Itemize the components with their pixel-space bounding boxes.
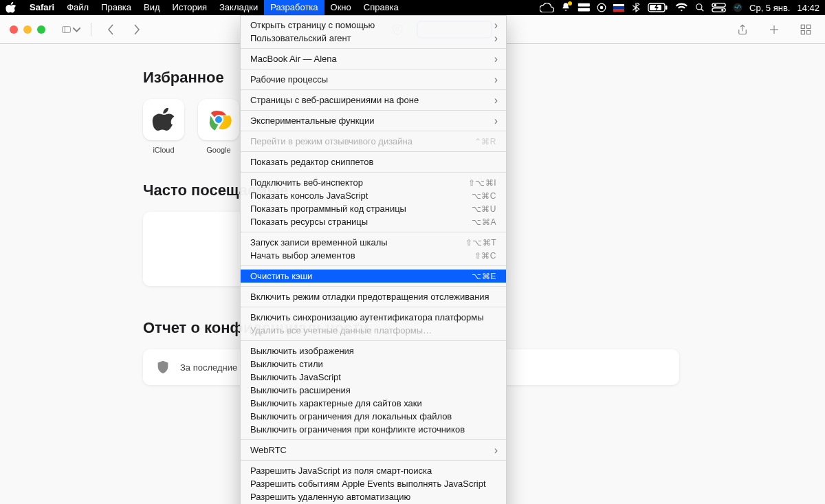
menu-item[interactable]: Экспериментальные функции <box>241 114 506 127</box>
menu-item[interactable]: Очистить кэши⌥⌘E <box>241 270 506 283</box>
menu-item[interactable]: Страницы с веб-расширениями на фоне <box>241 94 506 107</box>
menu-item-label: Пользовательский агент <box>250 33 496 43</box>
menu-separator <box>241 439 506 440</box>
apple-menu-icon[interactable] <box>6 2 16 13</box>
menu-item-label: Рабочие процессы <box>250 74 496 85</box>
menu-item[interactable]: Подключить веб-инспектор⇧⌥⌘I <box>241 176 506 189</box>
svg-point-10 <box>714 4 717 7</box>
notifications-icon[interactable] <box>561 2 571 14</box>
svg-rect-1 <box>578 8 589 12</box>
menu-item: Перейти в режим отзывчивого дизайна⌃⌘R <box>241 135 506 148</box>
menu-item[interactable]: Выключить стили <box>241 358 506 371</box>
menu-separator <box>241 89 506 90</box>
menu-item-label: Показать ресурсы страницы <box>250 217 472 227</box>
menu-item[interactable]: Показать редактор сниппетов <box>241 155 506 168</box>
menu-item-label: Запуск записи временной шкалы <box>250 237 465 248</box>
menu-item[interactable]: Начать выбор элементов⇧⌘C <box>241 249 506 262</box>
menubar-time[interactable]: 14:42 <box>797 3 820 13</box>
favorite-icloud[interactable]: iCloud <box>143 99 184 154</box>
tab-overview-button[interactable] <box>796 21 815 39</box>
menu-item[interactable]: Разрешить событиям Apple Events выполнят… <box>241 477 506 490</box>
menu-item[interactable]: Рабочие процессы <box>241 73 506 86</box>
menu-item-label: Разрешить JavaScript из поля смарт-поиск… <box>250 465 496 476</box>
menu-item[interactable]: Включить синхронизацию аутентификатора п… <box>241 311 506 324</box>
menu-item-label: Показать редактор сниппетов <box>250 157 496 167</box>
menu-item-label: Удалить все учетные данные платформы… <box>250 325 496 336</box>
menu-item[interactable]: Показать ресурсы страницы⌥⌘A <box>241 215 506 228</box>
menubar-file[interactable]: Файл <box>60 0 95 15</box>
menubar-bookmarks[interactable]: Закладки <box>213 0 264 15</box>
menu-item-shortcut: ⌥⌘C <box>472 191 496 201</box>
back-button[interactable] <box>101 21 120 39</box>
menu-separator <box>241 172 506 173</box>
menu-item[interactable]: WebRTC <box>241 443 506 457</box>
share-button[interactable] <box>733 21 752 39</box>
menu-item-shortcut: ⇧⌥⌘T <box>465 238 496 248</box>
privacy-card-text: За последние <box>180 362 237 373</box>
menu-item[interactable]: MacBook Air — Alena <box>241 52 506 65</box>
window-minimize[interactable] <box>23 25 32 34</box>
menubar-history[interactable]: История <box>166 0 213 15</box>
menu-item-label: Выключить ограничения при конфликте исто… <box>250 424 496 435</box>
record-icon[interactable] <box>597 3 606 12</box>
menu-item-label: MacBook Air — Alena <box>250 54 496 64</box>
svg-rect-20 <box>807 25 811 28</box>
menu-item[interactable]: Выключить ограничения для локальных файл… <box>241 410 506 423</box>
menu-separator <box>241 265 506 266</box>
svg-rect-19 <box>801 25 804 28</box>
menu-item[interactable]: Выключить ограничения при конфликте исто… <box>241 423 506 436</box>
chrome-icon <box>206 107 232 133</box>
siri-icon[interactable] <box>733 3 742 12</box>
menu-item-label: Выключить изображения <box>250 346 496 356</box>
menu-item-shortcut: ⇧⌥⌘I <box>468 178 496 188</box>
sidebar-toggle-button[interactable] <box>62 21 81 39</box>
spotlight-icon[interactable] <box>695 3 705 12</box>
forward-button[interactable] <box>127 21 146 39</box>
menu-item[interactable]: Показать программный код страницы⌥⌘U <box>241 202 506 215</box>
input-source-ru-icon[interactable] <box>613 4 624 12</box>
menu-separator <box>241 110 506 111</box>
menubar-date[interactable]: Ср, 5 янв. <box>749 3 790 13</box>
menu-item[interactable]: Показать консоль JavaScript⌥⌘C <box>241 189 506 202</box>
favorite-google[interactable]: Google <box>198 99 239 154</box>
window-zoom[interactable] <box>37 25 45 34</box>
menu-item[interactable]: Пользовательский агент <box>241 32 506 45</box>
menu-item[interactable]: Выключить характерные для сайтов хаки <box>241 397 506 410</box>
menubar-help[interactable]: Справка <box>358 0 405 15</box>
menu-item[interactable]: Разрешить удаленную автоматизацию <box>241 490 506 503</box>
menu-item[interactable]: Запуск записи временной шкалы⇧⌥⌘T <box>241 236 506 249</box>
menu-item-shortcut: ⌥⌘U <box>472 204 496 214</box>
svg-rect-6 <box>666 6 668 10</box>
menubar-app[interactable]: Safari <box>23 0 60 15</box>
menu-item-label: WebRTC <box>250 445 496 455</box>
menu-separator <box>241 232 506 232</box>
cloud-icon[interactable] <box>540 3 554 12</box>
menu-item-label: Разрешить событиям Apple Events выполнят… <box>250 479 496 489</box>
menubar-edit[interactable]: Правка <box>95 0 138 15</box>
menu-item-label: Выключить стили <box>250 359 496 369</box>
apple-logo-icon <box>152 108 175 131</box>
wifi-icon[interactable] <box>675 3 688 12</box>
new-tab-button[interactable] <box>764 21 784 39</box>
menubar-develop[interactable]: Разработка <box>264 0 324 15</box>
menubar-view[interactable]: Вид <box>138 0 166 15</box>
bluetooth-icon[interactable] <box>631 3 641 12</box>
svg-rect-14 <box>63 26 71 32</box>
svg-rect-0 <box>578 3 589 7</box>
menu-item-label: Разрешить удаленную автоматизацию <box>250 492 496 502</box>
menu-item[interactable]: Открыть страницу с помощью <box>241 19 506 32</box>
menu-item[interactable]: Разрешить JavaScript из поля смарт-поиск… <box>241 464 506 477</box>
control-center-icon[interactable] <box>712 3 726 12</box>
menu-item[interactable]: Выключить изображения <box>241 344 506 358</box>
menubar-window[interactable]: Окно <box>324 0 358 15</box>
svg-point-3 <box>600 6 604 10</box>
menu-item[interactable]: Выключить JavaScript <box>241 371 506 384</box>
menu-item[interactable]: Выключить расширения <box>241 384 506 397</box>
window-close[interactable] <box>10 25 18 34</box>
menu-item-label: Подключить веб-инспектор <box>250 177 468 188</box>
menu-item-label: Выключить расширения <box>250 385 496 395</box>
menu-item[interactable]: Включить режим отладки предотвращения от… <box>241 290 506 303</box>
disk-icon[interactable] <box>578 3 591 12</box>
menubar: Safari Файл Правка Вид История Закладки … <box>0 0 825 15</box>
battery-icon[interactable] <box>648 3 668 12</box>
